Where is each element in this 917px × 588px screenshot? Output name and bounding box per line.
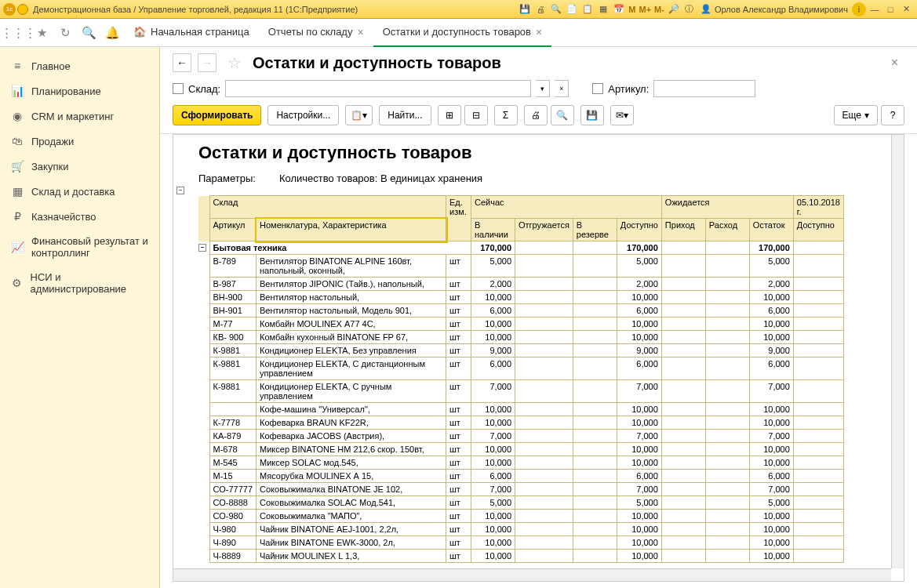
sidebar-label: Казначейство xyxy=(31,211,96,223)
help-button[interactable]: ? xyxy=(881,105,904,125)
expand-button[interactable]: ⊞ xyxy=(438,105,461,125)
memory-mplus[interactable]: M+ xyxy=(639,5,652,14)
tree-collapse-button[interactable]: − xyxy=(176,187,184,194)
table-row[interactable]: В-987Вентилятор JIPONIC (Тайв.), напольн… xyxy=(198,278,843,291)
article-checkbox[interactable] xyxy=(592,83,603,94)
apps-icon[interactable]: ⋮⋮⋮ xyxy=(9,24,27,42)
favorite-icon[interactable]: ★ xyxy=(33,24,50,42)
calendar-icon[interactable]: 📅 xyxy=(612,2,626,16)
page-close-button[interactable]: × xyxy=(885,56,904,70)
sidebar-item-4[interactable]: 🛒Закупки xyxy=(0,154,159,179)
home-icon: 🏠 xyxy=(133,26,146,38)
app-menu-dropdown[interactable] xyxy=(17,4,28,15)
minimize-button[interactable]: — xyxy=(868,2,882,16)
group-name[interactable]: Бытовая техника xyxy=(209,241,471,255)
favorite-star-icon[interactable]: ☆ xyxy=(227,53,242,72)
save-button[interactable]: 💾 xyxy=(580,105,604,125)
calc-icon[interactable]: 📄 xyxy=(565,2,579,16)
sidebar-label: Финансовый результат и контроллинг xyxy=(31,235,148,259)
help-icon[interactable]: i xyxy=(852,2,866,16)
memory-mminus[interactable]: M- xyxy=(654,5,664,14)
table-row[interactable]: ВН-901Вентилятор настольный, Модель 901,… xyxy=(198,304,843,318)
group-collapse-button[interactable]: − xyxy=(198,244,206,252)
header-date: 05.10.2018 г. xyxy=(793,196,843,219)
table-row[interactable]: КВ- 900Комбайн кухонный BINATONE FP 67,ш… xyxy=(198,331,843,344)
warehouse-select-button[interactable]: ▾ xyxy=(536,80,550,97)
table-row[interactable]: Ч-980Чайник BINATONE АЕJ-1001, 2,2л,шт10… xyxy=(198,523,843,536)
user-label[interactable]: 👤Орлов Александр Владимирович xyxy=(700,4,848,14)
tab-stock[interactable]: Остатки и доступность товаров× xyxy=(373,19,552,47)
warehouse-input[interactable] xyxy=(225,80,531,97)
header-instock: В наличии xyxy=(471,219,515,241)
maximize-button[interactable]: □ xyxy=(883,2,897,16)
sidebar-item-2[interactable]: ◉CRM и маркетинг xyxy=(0,103,159,129)
sidebar-item-8[interactable]: ⚙НСИ и администрирование xyxy=(0,265,159,301)
header-consumption: Расход xyxy=(705,219,749,241)
table-row[interactable]: К-9881Кондиционер ELEKTA, С ручным управ… xyxy=(198,380,843,403)
more-button[interactable]: Еще ▾ xyxy=(834,105,878,125)
window-title: Демонстрационная база / Управление торго… xyxy=(33,5,358,14)
table-row[interactable]: М-77Комбайн MOULINEX А77 4С,шт10,00010,0… xyxy=(198,318,843,331)
sidebar-item-0[interactable]: ≡Главное xyxy=(0,53,159,78)
forward-button[interactable]: → xyxy=(198,53,217,72)
header-reserve: В резерве xyxy=(573,219,617,241)
compare-icon[interactable]: 🔍 xyxy=(549,2,563,16)
horizontal-scrollbar[interactable] xyxy=(173,568,891,581)
sidebar-icon: ⚙ xyxy=(11,277,23,289)
table-row[interactable]: ВН-900Вентилятор настольный,шт10,00010,0… xyxy=(198,291,843,304)
table-row[interactable]: К-9881Кондиционер ELEKTA, С дистанционны… xyxy=(198,358,843,380)
table-row[interactable]: Ч-890Чайник BINATONE EWK-3000, 2л,шт10,0… xyxy=(198,536,843,550)
print-button[interactable]: 🖨 xyxy=(524,105,548,125)
find-button[interactable]: Найти... xyxy=(379,105,431,125)
table-row[interactable]: СО-77777Соковыжималка BINATONE JE 102,шт… xyxy=(198,483,843,496)
search-icon[interactable]: 🔍 xyxy=(80,24,97,42)
save-icon[interactable]: 💾 xyxy=(518,2,532,16)
table-row[interactable]: К-9881Кондиционер ELEKTA, Без управления… xyxy=(198,344,843,358)
table-row[interactable]: К-7778Кофеварка BRAUN KF22R,шт10,00010,0… xyxy=(198,416,843,430)
warehouse-checkbox[interactable] xyxy=(173,83,184,94)
settings-button[interactable]: Настройки... xyxy=(267,105,339,125)
memory-m[interactable]: M xyxy=(628,5,635,14)
table-row[interactable]: Ч-8889Чайник MOULINEX L 1,3,шт10,00010,0… xyxy=(198,550,843,563)
tab-home[interactable]: 🏠Начальная страница xyxy=(124,19,259,46)
info-icon[interactable]: ⓘ xyxy=(682,2,697,16)
table-row[interactable]: СО-8888Соковыжималка SOLAC Мод.541,шт5,0… xyxy=(198,496,843,510)
sidebar-label: Закупки xyxy=(31,161,68,172)
table-icon[interactable]: ▦ xyxy=(596,2,610,16)
table-row[interactable]: СО-980Соковыжималка "МАПО",шт10,00010,00… xyxy=(198,510,843,523)
print-icon[interactable]: 🖨 xyxy=(533,2,548,16)
doc-icon[interactable]: 📋 xyxy=(580,2,595,16)
sidebar-label: CRM и маркетинг xyxy=(31,111,114,122)
filter-row: Склад: ▾ × Артикул: xyxy=(160,75,917,102)
vertical-scrollbar[interactable] xyxy=(891,135,904,568)
tab-close-icon[interactable]: × xyxy=(357,26,363,38)
sidebar-item-3[interactable]: 🛍Продажи xyxy=(0,129,159,154)
zoom-icon[interactable]: 🔎 xyxy=(667,2,681,16)
header-nomenclature[interactable]: Номенклатура, Характеристика xyxy=(257,219,446,241)
tab-close-icon[interactable]: × xyxy=(536,26,542,38)
email-button[interactable]: ✉▾ xyxy=(610,105,634,125)
sidebar-item-1[interactable]: 📊Планирование xyxy=(0,78,159,103)
table-row[interactable]: В-789Вентилятор BINATONE ALPINE 160вт, н… xyxy=(198,255,843,278)
variants-button[interactable]: 📋▾ xyxy=(345,105,373,125)
bell-icon[interactable]: 🔔 xyxy=(104,24,121,42)
table-row[interactable]: М-545Миксер SOLAC мод.545,шт10,00010,000… xyxy=(198,456,843,470)
table-row[interactable]: КА-879Кофеварка JACOBS (Австрия),шт7,000… xyxy=(198,430,843,443)
back-button[interactable]: ← xyxy=(173,53,191,72)
preview-button[interactable]: 🔍 xyxy=(551,105,574,125)
form-button[interactable]: Сформировать xyxy=(173,105,261,125)
table-row[interactable]: М-15Мясорубка MOULINEX А 15,шт6,0006,000… xyxy=(198,470,843,483)
sidebar-item-6[interactable]: ₽Казначейство xyxy=(0,204,159,229)
collapse-button[interactable]: ⊟ xyxy=(464,105,488,125)
sum-button[interactable]: Σ xyxy=(494,105,518,125)
close-button[interactable]: ✕ xyxy=(899,2,913,16)
sidebar-item-5[interactable]: ▦Склад и доставка xyxy=(0,179,159,204)
tab-reports[interactable]: Отчеты по складу× xyxy=(259,19,373,47)
sidebar-item-7[interactable]: 📈Финансовый результат и контроллинг xyxy=(0,229,159,265)
warehouse-clear-button[interactable]: × xyxy=(555,80,569,97)
table-row[interactable]: Кофе-машина "Универсал",шт10,00010,00010… xyxy=(198,403,843,416)
history-icon[interactable]: ↻ xyxy=(56,24,74,42)
header-available2: Доступно xyxy=(793,219,843,241)
article-input[interactable] xyxy=(653,80,755,97)
table-row[interactable]: М-678Миксер BINATONE HM 212,6 скор. 150в… xyxy=(198,443,843,456)
